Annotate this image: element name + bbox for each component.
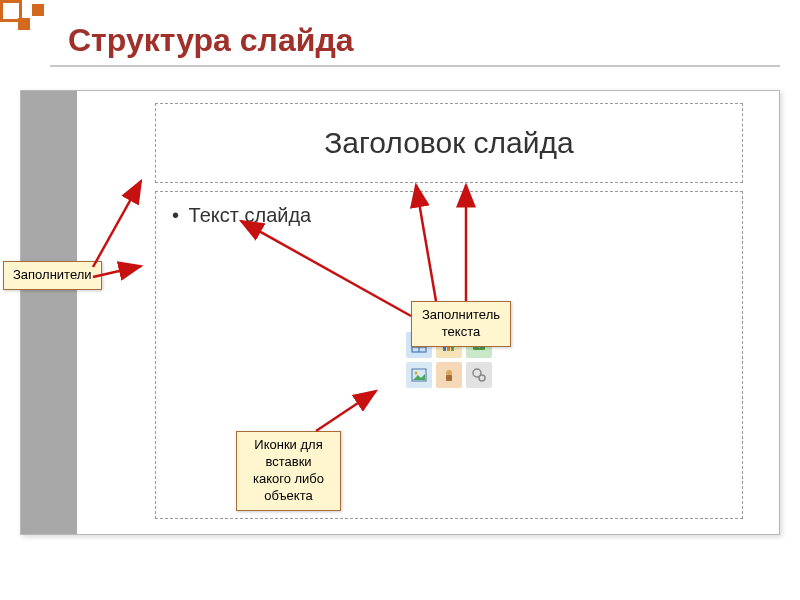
callout-text-placeholder: Заполнитель текста xyxy=(411,301,511,347)
title-underline xyxy=(50,65,780,67)
content-bullet-text: Текст слайда xyxy=(172,204,726,227)
logo-ornament xyxy=(0,0,50,50)
callout-placeholders: Заполнители xyxy=(3,261,102,290)
callout-placeholders-text: Заполнители xyxy=(13,267,92,282)
svg-point-10 xyxy=(415,372,418,375)
picture-icon[interactable] xyxy=(406,362,432,388)
slide-frame: Заголовок слайда Текст слайда xyxy=(20,90,780,535)
callout-icons: Иконки для вставки какого либо объекта xyxy=(236,431,341,511)
svg-rect-13 xyxy=(446,375,452,381)
svg-point-15 xyxy=(479,375,485,381)
callout-text-placeholder-text: Заполнитель текста xyxy=(422,307,500,339)
callout-icons-text: Иконки для вставки какого либо объекта xyxy=(253,437,324,503)
side-strip xyxy=(21,91,77,534)
svg-marker-11 xyxy=(413,374,425,380)
clipart-icon[interactable] xyxy=(436,362,462,388)
title-placeholder-text: Заголовок слайда xyxy=(324,126,574,160)
media-icon[interactable] xyxy=(466,362,492,388)
title-placeholder[interactable]: Заголовок слайда xyxy=(155,103,743,183)
page-title: Структура слайда xyxy=(68,22,354,59)
